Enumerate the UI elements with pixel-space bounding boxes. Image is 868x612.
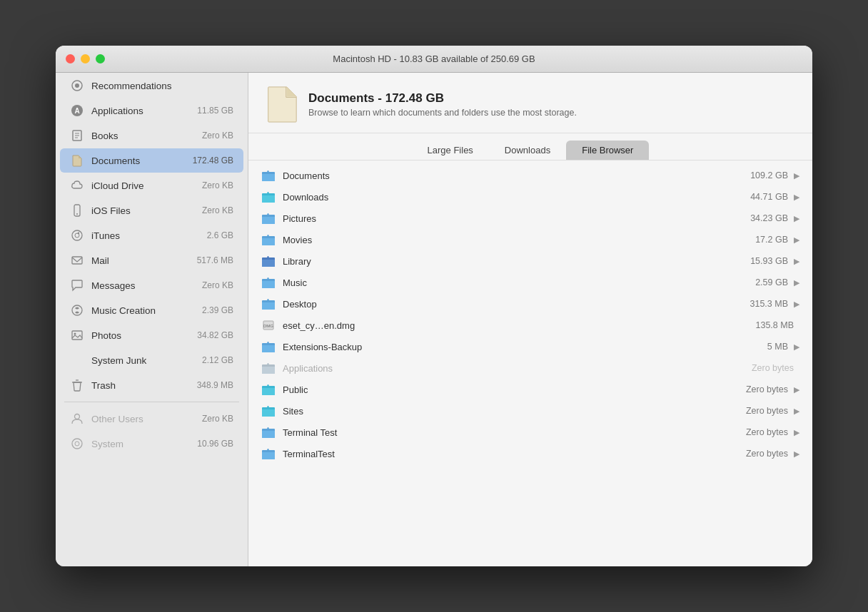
sidebar-size-books: Zero KB — [202, 131, 233, 141]
sidebar-size-photos: 34.82 GB — [197, 330, 233, 340]
sidebar-label-other-users: Other Users — [91, 414, 199, 424]
svg-point-18 — [75, 414, 80, 419]
sidebar-item-recommendations[interactable]: Recommendations — [60, 73, 243, 98]
system-icon — [70, 437, 84, 451]
documents-icon — [70, 153, 84, 168]
file-size: 5 MB — [767, 342, 788, 352]
sidebar-label-mail: Mail — [91, 255, 194, 266]
svg-point-13 — [72, 305, 82, 315]
sidebar-label-documents: Documents — [91, 155, 190, 166]
chevron-icon: ▶ — [794, 428, 799, 437]
file-row[interactable]: ApplicationsZero bytes — [248, 357, 812, 379]
file-name: Extensions-Backup — [283, 342, 767, 352]
tab-file-browser[interactable]: File Browser — [566, 141, 649, 160]
sidebar-item-itunes[interactable]: iTunes2.6 GB — [60, 223, 243, 248]
file-name: Music — [283, 277, 755, 288]
file-row[interactable]: TerminalTestZero bytes▶ — [248, 443, 812, 464]
sidebar-label-books: Books — [91, 131, 199, 141]
file-row[interactable]: Desktop315.3 MB▶ — [248, 293, 812, 315]
tab-large-files[interactable]: Large Files — [412, 141, 489, 160]
sidebar-size-ios-files: Zero KB — [202, 205, 233, 215]
minimize-button[interactable] — [81, 54, 90, 63]
sidebar-item-photos[interactable]: Photos34.82 GB — [60, 323, 243, 347]
content-header-text: Documents - 172.48 GB Browse to learn wh… — [308, 91, 577, 118]
svg-point-20 — [75, 442, 79, 446]
file-row[interactable]: Pictures34.23 GB▶ — [248, 208, 812, 229]
file-row[interactable]: Downloads44.71 GB▶ — [248, 186, 812, 208]
file-size: 15.93 GB — [750, 256, 788, 266]
content-title: Documents - 172.48 GB — [308, 91, 577, 106]
chevron-icon: ▶ — [794, 171, 799, 180]
file-row[interactable]: DMGeset_cy…en.dmg135.8 MB — [248, 315, 812, 336]
messages-icon — [70, 278, 84, 292]
sidebar-size-itunes: 2.6 GB — [207, 230, 233, 240]
svg-text:A: A — [74, 107, 79, 115]
sidebar-item-other-users[interactable]: Other UsersZero KB — [60, 407, 243, 431]
sidebar-label-icloud-drive: iCloud Drive — [91, 180, 199, 191]
file-row[interactable]: SitesZero bytes▶ — [248, 400, 812, 422]
file-row[interactable]: Music2.59 GB▶ — [248, 272, 812, 293]
file-name: Documents — [283, 170, 750, 181]
file-row[interactable]: Movies17.2 GB▶ — [248, 229, 812, 250]
file-name: Movies — [283, 235, 755, 245]
file-name: TerminalTest — [283, 449, 746, 459]
file-size: 2.59 GB — [755, 277, 788, 287]
sidebar-item-icloud-drive[interactable]: iCloud DriveZero KB — [60, 173, 243, 198]
sidebar-item-mail[interactable]: Mail517.6 MB — [60, 248, 243, 272]
svg-point-19 — [72, 439, 82, 449]
file-row[interactable]: Documents109.2 GB▶ — [248, 165, 812, 186]
svg-text:DMG: DMG — [263, 324, 273, 328]
sidebar-size-documents: 172.48 GB — [193, 155, 233, 165]
file-row[interactable]: Terminal TestZero bytes▶ — [248, 422, 812, 443]
sidebar-item-books[interactable]: BooksZero KB — [60, 123, 243, 148]
books-icon — [70, 128, 84, 143]
svg-point-1 — [75, 83, 79, 88]
sidebar-label-music-creation: Music Creation — [91, 305, 199, 316]
header-size-separator: - — [378, 91, 385, 105]
sidebar-size-mail: 517.6 MB — [197, 255, 233, 265]
sidebar-label-ios-files: iOS Files — [91, 205, 199, 216]
document-icon — [264, 86, 298, 123]
sidebar-size-trash: 348.9 MB — [197, 380, 233, 390]
chevron-icon: ▶ — [794, 342, 799, 352]
svg-rect-12 — [72, 257, 82, 264]
itunes-icon — [70, 228, 84, 243]
sidebar-size-icloud-drive: Zero KB — [202, 180, 233, 190]
sidebar-item-music-creation[interactable]: Music Creation2.39 GB — [60, 298, 243, 322]
sidebar-item-ios-files[interactable]: iOS FilesZero KB — [60, 198, 243, 223]
file-row[interactable]: Library15.93 GB▶ — [248, 250, 812, 272]
sidebar-size-system: 10.96 GB — [197, 439, 233, 449]
file-name: Public — [283, 384, 746, 395]
window-title: Macintosh HD - 10.83 GB available of 250… — [333, 53, 535, 64]
file-name: Sites — [283, 406, 746, 417]
content-header: Documents - 172.48 GB Browse to learn wh… — [248, 73, 812, 133]
sidebar-item-trash[interactable]: Trash348.9 MB — [60, 373, 243, 397]
sidebar-item-applications[interactable]: AApplications11.85 GB — [60, 98, 243, 123]
other-users-icon — [70, 412, 84, 426]
sidebar-item-documents[interactable]: Documents172.48 GB — [60, 148, 243, 173]
sidebar-item-system-junk[interactable]: System Junk2.12 GB — [60, 348, 243, 372]
folder-icon — [261, 404, 276, 418]
file-row[interactable]: Extensions-Backup5 MB▶ — [248, 336, 812, 357]
file-size: Zero bytes — [746, 384, 788, 394]
sidebar-item-messages[interactable]: MessagesZero KB — [60, 273, 243, 297]
chevron-icon: ▶ — [794, 449, 799, 459]
file-size: 315.3 MB — [750, 299, 788, 309]
file-name: Applications — [283, 363, 752, 374]
main-window: Macintosh HD - 10.83 GB available of 250… — [56, 46, 812, 566]
chevron-icon: ▶ — [794, 407, 799, 416]
music-creation-icon — [70, 303, 84, 317]
sidebar-item-system[interactable]: System10.96 GB — [60, 432, 243, 456]
folder-icon — [261, 447, 276, 461]
main-content: RecommendationsAApplications11.85 GBBook… — [56, 73, 812, 566]
folder-icon — [261, 361, 276, 375]
sidebar-label-photos: Photos — [91, 330, 194, 341]
tab-downloads[interactable]: Downloads — [489, 141, 566, 160]
file-row[interactable]: PublicZero bytes▶ — [248, 379, 812, 400]
maximize-button[interactable] — [96, 54, 105, 63]
file-name: Downloads — [283, 192, 750, 203]
close-button[interactable] — [66, 54, 75, 63]
file-size: 34.23 GB — [750, 213, 788, 223]
svg-point-15 — [74, 333, 76, 335]
file-name: Pictures — [283, 213, 750, 224]
